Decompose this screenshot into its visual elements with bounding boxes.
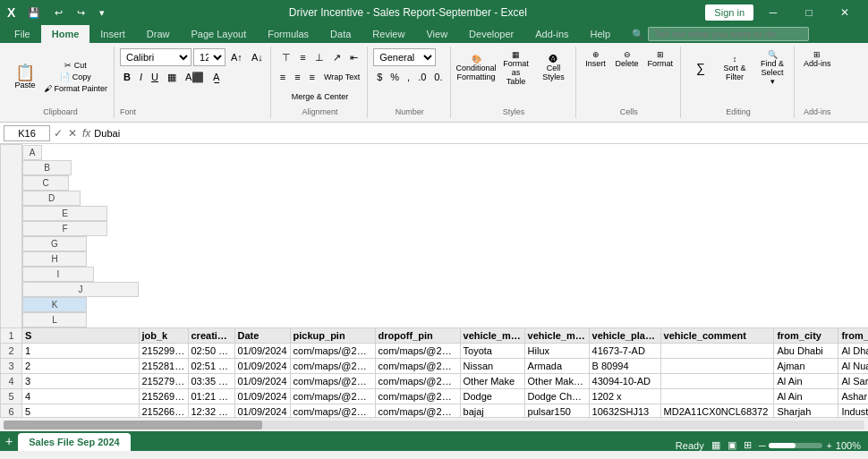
cell[interactable]: 12:32 PM <box>188 404 234 417</box>
cell[interactable]: 02:51 PM <box>188 358 234 373</box>
number-format-select[interactable]: General <box>373 48 436 66</box>
tab-data[interactable]: Data <box>319 25 362 43</box>
tab-draw[interactable]: Draw <box>136 25 181 43</box>
cell[interactable]: 1 <box>22 343 140 358</box>
cell[interactable]: Al Nuaimia 1 <box>838 358 868 373</box>
increase-decimal-btn[interactable]: .0 <box>414 68 430 86</box>
sum-btn[interactable]: ∑ <box>686 59 715 77</box>
cell[interactable]: job_k <box>139 327 188 343</box>
active-sheet-tab[interactable]: Sales File Sep 2024 <box>18 433 131 451</box>
tab-add-ins[interactable]: Add-ins <box>524 25 579 43</box>
cell[interactable] <box>660 373 774 388</box>
cell[interactable]: vehicle_comment <box>660 327 774 343</box>
customize-quick-btn[interactable]: ▾ <box>94 5 110 21</box>
cell[interactable]: 43094-10-AD <box>589 373 660 388</box>
align-middle-btn[interactable]: ≡ <box>296 48 309 66</box>
normal-view-icon[interactable]: ▦ <box>711 439 720 451</box>
decrease-decimal-btn[interactable]: 0. <box>430 68 446 86</box>
tab-review[interactable]: Review <box>362 25 415 43</box>
align-center-btn[interactable]: ≡ <box>291 68 303 86</box>
cell[interactable]: from_city <box>774 327 838 343</box>
underline-button[interactable]: U <box>148 68 162 86</box>
cell[interactable]: com/maps/@24.192284 <box>375 388 460 404</box>
col-header-i[interactable]: I <box>22 267 94 282</box>
cell[interactable]: com/maps/@25.385568 <box>290 358 375 373</box>
cell[interactable]: com/maps/@24.188513 <box>290 373 375 388</box>
cell[interactable]: B 80994 <box>589 358 660 373</box>
decrease-font-btn[interactable]: A↓ <box>248 48 267 66</box>
merge-center-btn[interactable]: Merge & Center <box>288 88 353 106</box>
undo-quick-btn[interactable]: ↩ <box>49 5 68 21</box>
cell[interactable]: Asharij <box>838 388 868 404</box>
cell[interactable]: 3 <box>22 373 140 388</box>
minimize-button[interactable]: ─ <box>757 0 789 25</box>
col-header-k[interactable]: K <box>22 297 87 312</box>
cell[interactable]: Al Dhahral <box>838 343 868 358</box>
cell[interactable] <box>660 358 774 373</box>
font-color-button[interactable]: A̲ <box>209 68 224 86</box>
cell[interactable]: 21528160 <box>139 358 188 373</box>
cell[interactable]: 01:21 PM <box>188 388 234 404</box>
sign-in-button[interactable]: Sign in <box>705 4 753 21</box>
cell[interactable]: Ajman <box>774 358 838 373</box>
fill-color-button[interactable]: A⬛ <box>182 68 208 86</box>
align-right-btn[interactable]: ≡ <box>306 68 319 86</box>
tab-view[interactable]: View <box>415 25 458 43</box>
format-painter-button[interactable]: 🖌 Format Painter <box>41 83 110 94</box>
redo-quick-btn[interactable]: ↪ <box>72 5 90 21</box>
restore-button[interactable]: □ <box>793 0 825 25</box>
align-left-btn[interactable]: ≡ <box>277 68 289 86</box>
zoom-slider[interactable] <box>769 443 822 448</box>
border-button[interactable]: ▦ <box>164 68 180 86</box>
find-select-btn[interactable]: 🔍 Find & Select ▾ <box>754 48 790 88</box>
cell[interactable]: Other Make Other Car <box>524 373 589 388</box>
cell[interactable]: com/maps/@24.195376 <box>290 388 375 404</box>
cell[interactable]: Toyota <box>460 343 524 358</box>
paste-button[interactable]: 📋 Paste <box>11 63 39 91</box>
cell[interactable]: Date <box>234 327 290 343</box>
cell-reference-input[interactable]: K16 <box>4 125 50 141</box>
save-quick-btn[interactable]: 💾 <box>22 5 46 21</box>
cell[interactable]: Other Make <box>460 373 524 388</box>
format-btn[interactable]: ⊞ Format <box>644 48 677 70</box>
percent-btn[interactable]: % <box>387 68 403 86</box>
cell[interactable]: creation_tin <box>188 327 234 343</box>
cell[interactable]: MD2A11CX0NCL68372 <box>660 404 774 417</box>
cell[interactable]: 01/09/2024 <box>234 343 290 358</box>
col-header-e[interactable]: E <box>22 206 107 221</box>
cell[interactable]: Al Ain <box>774 388 838 404</box>
cell[interactable]: com/maps/@25.304885 <box>375 404 460 417</box>
cell[interactable]: 21527924 <box>139 373 188 388</box>
cell[interactable]: 1202 x <box>589 388 660 404</box>
format-as-table-btn[interactable]: ▦ Format as Table <box>498 48 534 88</box>
cell[interactable]: 03:35 PM <box>188 373 234 388</box>
cut-button[interactable]: ✂ Cut <box>41 60 110 71</box>
col-header-j[interactable]: J <box>22 282 139 297</box>
col-header-b[interactable]: B <box>22 160 72 175</box>
comma-btn[interactable]: , <box>404 68 413 86</box>
cell[interactable]: pulsar150 <box>524 404 589 417</box>
cell[interactable]: 21526626 <box>139 404 188 417</box>
font-name-select[interactable]: Calibri <box>120 48 191 66</box>
tab-developer[interactable]: Developer <box>458 25 524 43</box>
cell[interactable]: vehicle_plate_num <box>589 327 660 343</box>
cell[interactable]: vehicle_model <box>524 327 589 343</box>
add-sheet-btn[interactable]: + <box>0 431 18 451</box>
cell[interactable]: pickup_pin <box>290 327 375 343</box>
grid-container[interactable]: A B C D E F G H I J K L 1Sjob_kcreation_… <box>0 144 868 417</box>
tab-page-layout[interactable]: Page Layout <box>180 25 257 43</box>
cell[interactable]: Sharjah <box>774 404 838 417</box>
col-header-c[interactable]: C <box>22 175 69 191</box>
orientation-btn[interactable]: ↗ <box>329 48 345 66</box>
cell[interactable]: com/maps/@25.421484 <box>375 358 460 373</box>
zoom-out-icon[interactable]: ─ <box>759 440 766 451</box>
cell[interactable]: dropoff_pin <box>375 327 460 343</box>
cell[interactable]: 21526947 <box>139 388 188 404</box>
col-header-h[interactable]: H <box>22 251 87 267</box>
align-top-btn[interactable]: ⊤ <box>278 48 294 66</box>
cell[interactable] <box>660 388 774 404</box>
formula-input[interactable]: Dubai <box>94 128 864 139</box>
tab-home[interactable]: Home <box>41 25 90 43</box>
cell[interactable]: Industrial Area <box>838 404 868 417</box>
cell[interactable]: com/maps/@24.160317 <box>375 373 460 388</box>
